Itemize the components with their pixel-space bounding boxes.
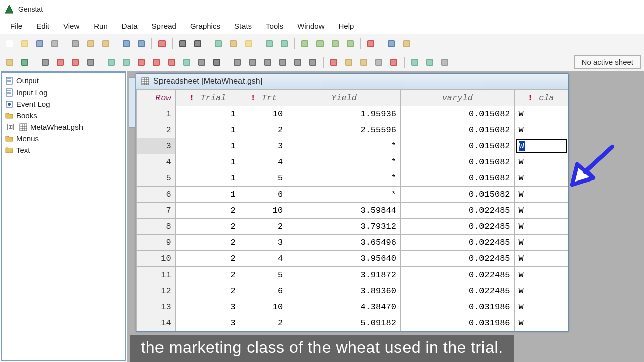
cell[interactable]: 2 <box>175 235 240 251</box>
row-number[interactable]: 12 <box>137 283 176 299</box>
cell[interactable]: 4 <box>240 251 287 267</box>
cell[interactable]: 0.031986 <box>400 299 514 315</box>
nav-item-output[interactable]: Output <box>3 75 124 86</box>
cell[interactable]: 3.65496 <box>287 235 401 251</box>
cell[interactable]: W <box>514 219 568 235</box>
spreadsheet-grid[interactable]: Row! Trial! Trt Yield varyld! cla11101.9… <box>136 89 568 331</box>
cell[interactable]: 2 <box>240 219 287 235</box>
cell[interactable]: 1 <box>175 170 240 187</box>
table-row[interactable]: 313*0.015082W <box>137 138 568 154</box>
cell[interactable]: 0.031986 <box>400 315 514 331</box>
cell[interactable]: 0.015082 <box>400 106 514 122</box>
cell[interactable]: 3.79312 <box>287 219 401 235</box>
table-row[interactable]: 9233.654960.022485W <box>137 235 568 251</box>
hl1-button[interactable] <box>327 56 340 69</box>
mdi-tab[interactable] <box>129 77 136 128</box>
menu-tools[interactable]: Tools <box>259 19 290 33</box>
table-row[interactable]: 11253.918720.022485W <box>137 267 568 283</box>
find-button[interactable] <box>176 37 189 50</box>
align-c-button[interactable] <box>261 56 274 69</box>
cell-editor-input[interactable]: W <box>516 139 567 153</box>
table-button[interactable] <box>212 37 225 50</box>
table-row[interactable]: 2122.555960.015082W <box>137 122 568 138</box>
chart-button[interactable] <box>364 37 377 50</box>
row-number[interactable]: 6 <box>137 187 176 203</box>
sort-x-button[interactable] <box>165 56 178 69</box>
ins-left-button[interactable] <box>105 56 118 69</box>
dec-dec-button[interactable] <box>306 56 319 69</box>
cell[interactable]: 0.015082 <box>400 138 514 154</box>
nav-item-metawheat-gsh[interactable]: MetaWheat.gsh <box>3 121 124 133</box>
cell[interactable]: 1.95936 <box>287 106 401 122</box>
ins-edit-button[interactable] <box>120 56 133 69</box>
cell[interactable]: 6 <box>240 283 287 299</box>
cell[interactable]: W <box>514 235 568 251</box>
row-number[interactable]: 10 <box>137 251 176 267</box>
table-row[interactable]: 14325.091820.031986W <box>137 315 568 331</box>
cell[interactable]: 2 <box>240 315 287 331</box>
col-header-trial[interactable]: ! Trial <box>175 90 240 106</box>
cell[interactable]: * <box>287 170 401 187</box>
del-col-button[interactable] <box>54 56 67 69</box>
sort-az-button[interactable] <box>195 56 208 69</box>
cell[interactable]: 0.022485 <box>400 235 514 251</box>
sheet-new-button[interactable] <box>3 56 16 69</box>
cell[interactable]: * <box>287 187 401 203</box>
cell[interactable]: 1 <box>175 122 240 138</box>
list-dn-button[interactable] <box>263 37 276 50</box>
open-button[interactable] <box>18 37 31 50</box>
cell[interactable]: 3.59844 <box>287 203 401 219</box>
table-row[interactable]: 133104.384700.031986W <box>137 299 568 315</box>
grid-view-button[interactable] <box>400 37 413 50</box>
cell[interactable]: 1 <box>175 138 240 154</box>
cell[interactable]: 4.38470 <box>287 299 401 315</box>
nav-item-books[interactable]: Books <box>3 110 124 121</box>
paste-button[interactable] <box>99 37 112 50</box>
col-header-cla[interactable]: ! cla <box>514 90 568 106</box>
table-row[interactable]: 11101.959360.015082W <box>137 106 568 122</box>
cell[interactable]: W <box>514 203 568 219</box>
cell[interactable]: * <box>287 154 401 170</box>
calc-button[interactable] <box>227 37 240 50</box>
row-number[interactable]: 1 <box>137 106 176 122</box>
align-r-button[interactable] <box>276 56 289 69</box>
nav-item-event-log[interactable]: Event Log <box>3 98 124 110</box>
menu-edit[interactable]: Edit <box>29 19 56 33</box>
row-number[interactable]: 7 <box>137 203 176 219</box>
help-button[interactable] <box>385 37 398 50</box>
menu-file[interactable]: File <box>3 19 29 33</box>
clear-button[interactable] <box>155 37 169 50</box>
row-number[interactable]: 8 <box>137 219 176 235</box>
menu-window[interactable]: Window <box>290 19 331 33</box>
copy3-button[interactable] <box>423 56 436 69</box>
cell[interactable]: 3.91872 <box>287 267 401 283</box>
cell[interactable]: W <box>514 283 568 299</box>
cell[interactable]: 0.022485 <box>400 203 514 219</box>
props-button[interactable] <box>438 56 451 69</box>
row-number[interactable]: 2 <box>137 122 176 138</box>
cell[interactable]: 2 <box>175 203 240 219</box>
undo-button[interactable] <box>120 37 133 50</box>
excel-button[interactable] <box>18 56 31 69</box>
cut-button[interactable] <box>69 37 82 50</box>
del-mark-button[interactable] <box>69 56 82 69</box>
nav-item-menus[interactable]: Menus <box>3 133 124 144</box>
replace-button[interactable] <box>191 37 204 50</box>
cell[interactable]: W <box>514 170 568 187</box>
cell[interactable]: 1 <box>175 106 240 122</box>
cell[interactable]: 3 <box>240 138 287 154</box>
cell[interactable]: 3 <box>240 235 287 251</box>
menu-graphics[interactable]: Graphics <box>183 19 227 33</box>
hl2-button[interactable] <box>342 56 355 69</box>
fork-button[interactable] <box>39 56 52 69</box>
spreadsheet-titlebar[interactable]: Spreadsheet [MetaWheat.gsh] <box>136 74 568 89</box>
nav-item-input-log[interactable]: Input Log <box>3 86 124 98</box>
cell[interactable]: 1 <box>175 187 240 203</box>
cell[interactable]: 2 <box>175 251 240 267</box>
row-number[interactable]: 14 <box>137 315 176 331</box>
cell[interactable]: 2 <box>240 122 287 138</box>
menu-data[interactable]: Data <box>115 19 145 33</box>
cell[interactable]: 4 <box>240 154 287 170</box>
cell[interactable]: 2 <box>175 219 240 235</box>
cell[interactable]: 5 <box>240 170 287 187</box>
